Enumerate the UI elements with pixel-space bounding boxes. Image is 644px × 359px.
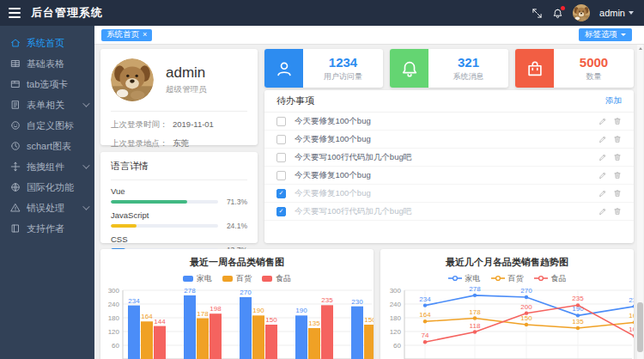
- stat-value: 321: [458, 55, 479, 70]
- legend-item-百货[interactable]: 百货: [222, 273, 252, 284]
- stat-card-0: 1234 用户访问量: [264, 49, 383, 88]
- stat-card-1: 321 系统消息: [390, 49, 508, 88]
- sidebar-item-label: 国际化功能: [27, 181, 74, 194]
- language-percent: 71.3%: [224, 198, 247, 206]
- legend-item-家电[interactable]: 家电: [183, 273, 212, 284]
- todo-checkbox[interactable]: ✓: [276, 207, 286, 216]
- trash-icon[interactable]: [613, 135, 622, 143]
- edit-icon: [598, 153, 607, 161]
- header-actions: admin: [532, 4, 634, 21]
- avatar: [573, 4, 590, 21]
- dog-photo: [111, 58, 154, 101]
- svg-text:74: 74: [422, 332, 429, 339]
- svg-text:190: 190: [252, 307, 264, 314]
- todo-item-3: 今天要修复100个bug: [264, 167, 634, 185]
- scrollbar-thumb[interactable]: [637, 302, 643, 352]
- trash-icon[interactable]: [613, 171, 622, 180]
- legend-item-食品[interactable]: 食品: [262, 273, 291, 284]
- clock-chart-icon: [10, 141, 21, 151]
- close-icon[interactable]: ×: [143, 31, 147, 39]
- edit-icon[interactable]: [598, 189, 607, 198]
- tab-home[interactable]: 系统首页 ×: [101, 29, 152, 41]
- todo-checkbox[interactable]: [276, 117, 286, 126]
- todo-text: 今天要修复100个bug: [295, 134, 371, 145]
- sidebar-item-5[interactable]: schart图表: [0, 136, 94, 156]
- edit-icon[interactable]: [598, 117, 607, 125]
- legend-label: 家电: [197, 273, 212, 284]
- svg-text:178: 178: [469, 308, 481, 316]
- sidebar-item-label: 基础表格: [27, 58, 64, 70]
- legend-marker: [448, 275, 462, 282]
- form-icon: [10, 100, 21, 110]
- todo-card: 待办事项 添加 今天要修复100个bug 今天要修复100个bug 今天要写10…: [264, 90, 634, 243]
- trash-icon: [613, 117, 622, 125]
- sidebar-item-7[interactable]: 国际化功能: [0, 177, 94, 198]
- sidebar-item-label: 错误处理: [27, 202, 64, 215]
- svg-text:135: 135: [572, 318, 584, 326]
- trash-icon[interactable]: [613, 189, 622, 198]
- edit-icon[interactable]: [598, 171, 607, 180]
- todo-checkbox[interactable]: [276, 153, 286, 162]
- legend-item-百货[interactable]: 百货: [491, 273, 524, 284]
- sidebar-item-8[interactable]: 错误处理: [0, 198, 94, 218]
- user-dropdown[interactable]: admin: [599, 8, 634, 18]
- sidebar-item-label: 表单相关: [27, 99, 64, 112]
- legend-label: 食品: [276, 273, 291, 284]
- notifications-bell[interactable]: [552, 8, 563, 19]
- trash-icon: [613, 207, 622, 216]
- sidebar-item-0[interactable]: 系统首页: [0, 33, 94, 53]
- legend-item-家电[interactable]: 家电: [448, 273, 481, 284]
- trash-icon[interactable]: [613, 117, 622, 125]
- svg-text:240: 240: [390, 301, 402, 308]
- chevron-down-icon: [621, 33, 626, 36]
- sidebar-item-label: 自定义图标: [27, 119, 74, 132]
- svg-text:164: 164: [419, 311, 431, 319]
- legend-item-食品[interactable]: 食品: [534, 273, 567, 284]
- globe-icon: [10, 182, 21, 192]
- scrollbar-up-arrow[interactable]: [637, 45, 643, 52]
- progress-track: [111, 200, 218, 204]
- svg-text:60: 60: [112, 342, 119, 350]
- fullscreen-icon: [532, 8, 543, 19]
- monthly-trend-line-chart-card: 最近几个月各品类销售趋势图 家电百货食品 601201802403001月2月3…: [380, 249, 634, 359]
- sidebar-item-9[interactable]: 支持作者: [0, 218, 94, 239]
- last-login-time-value: 2019-11-01: [173, 119, 214, 131]
- todo-text: 今天要修复100个bug: [295, 170, 371, 181]
- language-row: Vue 71.3%: [111, 186, 247, 206]
- sidebar-item-6[interactable]: 拖拽组件: [0, 156, 94, 177]
- trash-icon[interactable]: [613, 207, 622, 216]
- edit-icon[interactable]: [598, 135, 607, 143]
- hamburger-menu-icon[interactable]: [9, 8, 21, 18]
- sidebar-item-label: 支持作者: [27, 222, 64, 235]
- edit-icon[interactable]: [598, 207, 607, 216]
- main-content: 系统首页 × 标签选项 admin 超级管理员: [94, 26, 644, 359]
- profile-role: 超级管理员: [166, 84, 207, 95]
- stat-label: 系统消息: [453, 71, 484, 82]
- sidebar-item-2[interactable]: tab选项卡: [0, 74, 94, 94]
- add-todo-link[interactable]: 添加: [605, 95, 622, 106]
- tab-bar: 系统首页 × 标签选项: [94, 26, 644, 45]
- warning-icon: [10, 203, 21, 213]
- trash-icon[interactable]: [613, 153, 622, 161]
- svg-text:120: 120: [390, 328, 402, 336]
- trash-icon: [613, 189, 622, 198]
- svg-text:270: 270: [520, 287, 532, 295]
- todo-checkbox[interactable]: [276, 171, 286, 180]
- edit-icon[interactable]: [598, 153, 607, 161]
- smile-icon: [10, 120, 21, 131]
- todo-text: 今天要写100行代码加几个bug吧: [295, 206, 411, 217]
- line-chart: 601201802403001月2月3月4月5月2342782701902301…: [380, 285, 634, 359]
- bag-icon-box: [515, 49, 554, 88]
- fullscreen-icon[interactable]: [532, 8, 543, 19]
- tabs-icon: [10, 79, 21, 89]
- scrollbar[interactable]: [637, 45, 643, 359]
- todo-checkbox[interactable]: [276, 135, 286, 144]
- sidebar-item-3[interactable]: 表单相关: [0, 94, 94, 115]
- todo-checkbox[interactable]: ✓: [276, 189, 286, 198]
- progress-fill: [111, 200, 187, 204]
- tag-options-button[interactable]: 标签选项: [579, 28, 632, 41]
- sidebar-item-4[interactable]: 自定义图标: [0, 115, 94, 136]
- bell-icon: [400, 59, 419, 78]
- svg-text:234: 234: [128, 297, 140, 305]
- sidebar-item-1[interactable]: 基础表格: [0, 53, 94, 74]
